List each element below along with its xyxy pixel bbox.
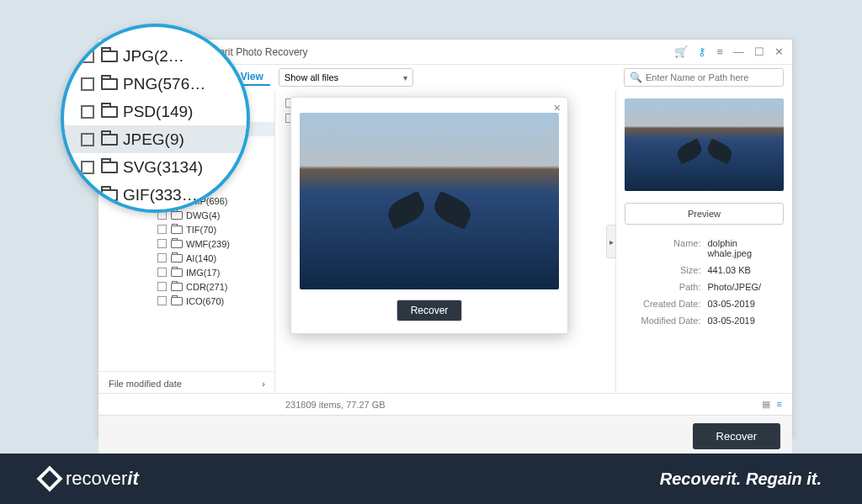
folder-icon (171, 240, 183, 248)
checkbox-icon[interactable] (157, 296, 167, 305)
checkbox-icon[interactable] (81, 161, 94, 174)
folder-icon (171, 254, 183, 263)
meta-value: 03-05-2019 (701, 316, 785, 326)
lens-item[interactable]: SVG(3134) (64, 153, 247, 181)
sidebar-footer-label: File modified date (109, 379, 182, 389)
key-icon[interactable]: ⚷ (698, 45, 706, 58)
checkbox-icon[interactable] (157, 282, 167, 291)
panel-expand-handle[interactable]: ▸ (606, 225, 616, 258)
search-icon: 🔍 (630, 72, 642, 83)
sidebar-item[interactable]: DWG(4) (98, 208, 274, 222)
checkbox-icon[interactable] (81, 50, 94, 63)
checkbox-icon[interactable] (157, 239, 167, 248)
meta-key: Modified Date: (625, 316, 701, 326)
folder-icon (101, 162, 118, 173)
folder-icon (171, 211, 183, 220)
sidebar-item-label: CDR(271) (186, 282, 228, 292)
lens-item-label: GIF(333… (123, 186, 198, 204)
folder-icon (171, 225, 183, 234)
filter-select[interactable]: Show all files (279, 68, 413, 87)
meta-row: Size:441.03 KB (625, 262, 784, 279)
lens-item[interactable]: JPEG(9) (64, 125, 247, 153)
sidebar-item-label: AI(140) (186, 253, 216, 263)
main-area: × Recover ▸ (275, 90, 615, 393)
close-icon[interactable]: ✕ (774, 45, 784, 58)
meta-row: Created Date:03-05-2019 (625, 295, 784, 312)
checkbox-icon[interactable] (81, 188, 94, 202)
brand-tagline: Recoverit. Regain it. (660, 470, 822, 489)
menu-icon[interactable]: ≡ (716, 45, 723, 58)
search-input[interactable] (646, 72, 778, 82)
checkbox-icon[interactable] (81, 77, 94, 91)
sidebar-item[interactable]: WMF(239) (98, 236, 274, 251)
meta-key: Created Date: (625, 299, 701, 309)
meta-value: 03-05-2019 (701, 299, 785, 309)
meta-key: Path: (625, 282, 701, 292)
brand-bar: recoverit Recoverit. Regain it. (0, 454, 862, 504)
footer: Recover (98, 415, 792, 457)
folder-icon (101, 50, 118, 62)
preview-button[interactable]: Preview (625, 203, 784, 225)
folder-icon (171, 283, 183, 291)
search-box[interactable]: 🔍 (624, 68, 784, 87)
sidebar-item-label: WMF(239) (186, 239, 230, 249)
meta-value: 441.03 KB (701, 265, 785, 275)
sidebar-item-label: IMG(17) (186, 268, 220, 278)
logo-diamond-icon (36, 465, 62, 491)
meta-value: dolphin whale.jpeg (701, 238, 785, 258)
file-metadata: Name:dolphin whale.jpegSize:441.03 KBPat… (625, 235, 784, 329)
folder-icon (101, 134, 118, 146)
checkbox-icon[interactable] (157, 268, 167, 277)
sidebar-item[interactable]: CDR(271) (98, 279, 274, 294)
magnifier-lens: JPG(2…PNG(576…PSD(149)JPEG(9)SVG(3134)GI… (61, 24, 250, 213)
checkbox-icon[interactable] (81, 105, 94, 119)
lens-item[interactable]: PNG(576… (64, 70, 247, 98)
sidebar-item[interactable]: ICO(670) (98, 294, 274, 308)
folder-icon (171, 268, 183, 277)
sidebar-item-label: DWG(4) (186, 210, 220, 220)
meta-row: Path:Photo/JPEG/ (625, 279, 784, 295)
sidebar-footer[interactable]: File modified date › (98, 371, 275, 395)
sidebar-item[interactable]: TIF(70) (98, 222, 274, 236)
meta-key: Name: (625, 238, 701, 258)
lens-item[interactable]: PSD(149) (64, 98, 247, 125)
view-list-icon[interactable]: ≡ (777, 399, 782, 410)
titlebar-controls: 🛒 ⚷ ≡ — ☐ ✕ (674, 45, 784, 58)
preview-thumbnail (625, 98, 784, 191)
lens-item-label: JPEG(9) (123, 130, 184, 149)
chevron-right-icon: › (262, 379, 265, 389)
sidebar-item-label: TIF(70) (186, 225, 216, 235)
folder-icon (101, 106, 118, 118)
brand-logo: recoverit (40, 468, 139, 490)
filter-select-label: Show all files (285, 72, 338, 82)
meta-key: Size: (625, 265, 701, 275)
checkbox-icon[interactable] (81, 133, 94, 146)
checkbox-icon[interactable] (157, 253, 167, 263)
maximize-icon[interactable]: ☐ (754, 45, 764, 58)
recover-button[interactable]: Recover (693, 423, 780, 449)
sidebar-item[interactable]: IMG(17) (98, 265, 274, 279)
lens-item-label: SVG(3134) (123, 158, 203, 177)
modal-recover-button[interactable]: Recover (396, 300, 463, 321)
sidebar-item-label: ICO(670) (186, 296, 224, 306)
preview-panel: Preview Name:dolphin whale.jpegSize:441.… (615, 90, 792, 393)
lens-item-label: JPG(2… (123, 47, 184, 66)
checkbox-icon[interactable] (157, 225, 167, 234)
preview-image (300, 113, 559, 289)
meta-row: Name:dolphin whale.jpeg (625, 235, 784, 262)
status-bar: 231809 items, 77.27 GB ▦ ≡ (98, 393, 792, 415)
cart-icon[interactable]: 🛒 (674, 45, 688, 58)
meta-value: Photo/JPEG/ (701, 282, 785, 292)
minimize-icon[interactable]: — (733, 45, 744, 58)
meta-row: Modified Date:03-05-2019 (625, 312, 784, 329)
folder-icon (171, 297, 183, 305)
status-text: 231809 items, 77.27 GB (285, 400, 386, 410)
preview-modal: × Recover (290, 97, 568, 334)
folder-icon (101, 78, 118, 90)
view-grid-icon[interactable]: ▦ (762, 399, 770, 410)
lens-item-label: PSD(149) (123, 103, 193, 121)
sidebar-item[interactable]: AI(140) (98, 251, 274, 265)
lens-item-label: PNG(576… (123, 75, 205, 93)
